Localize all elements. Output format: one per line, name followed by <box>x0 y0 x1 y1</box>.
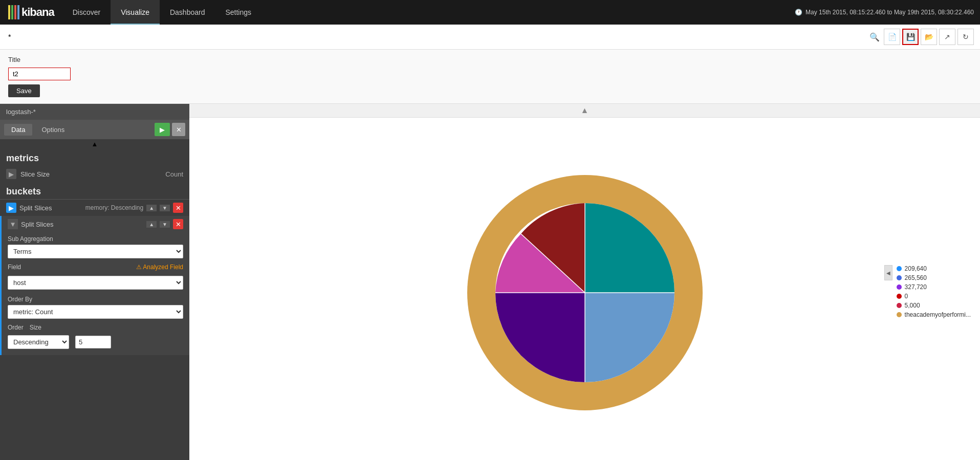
search-bar: 🔍 📄 💾 📂 ↗ ↻ <box>0 25 980 50</box>
main-nav: Discover Visualize Dashboard Settings <box>62 0 262 25</box>
sidebar-header: logstash-* <box>0 104 189 120</box>
slice-size-play-button[interactable]: ▶ <box>6 169 16 179</box>
sidebar: logstash-* Data Options ▶ ✕ ▲ metrics ▶ … <box>0 104 189 460</box>
split-slices-1-row: ▶ Split Slices memory: Descending ▲ ▼ ✕ <box>0 199 189 216</box>
logo-bar-red <box>14 5 16 19</box>
save-input-wrapper <box>8 68 71 80</box>
visualization-area: ▲ <box>189 104 980 460</box>
legend-item-3: 327,720 <box>897 283 971 291</box>
legend-item-4: 0 <box>897 293 971 300</box>
slice-size-row: ▶ Slice Size Count <box>0 166 189 182</box>
save-confirm-button[interactable]: Save <box>8 84 40 97</box>
order-by-select[interactable]: metric: Count <box>8 305 183 319</box>
legend-item-2: 265,560 <box>897 274 971 281</box>
legend-item-1: 209,640 <box>897 265 971 272</box>
analyzed-warning: ⚠ Analyzed Field <box>136 264 183 271</box>
logo-bar-yellow <box>8 5 10 19</box>
split-slices-1-meta: memory: Descending <box>85 204 143 211</box>
open-button[interactable]: 📂 <box>921 29 937 45</box>
legend-label-3: 327,720 <box>905 283 927 291</box>
sidebar-index-label: logstash-* <box>6 108 36 116</box>
nav-visualize[interactable]: Visualize <box>111 0 160 25</box>
split-slices-1-play-button[interactable]: ▶ <box>6 203 16 213</box>
nav-right: 🕐 May 15th 2015, 08:15:22.460 to May 19t… <box>795 9 980 16</box>
field-label: Field <box>8 264 21 271</box>
order-select[interactable]: Descending <box>8 335 69 349</box>
legend-label-1: 209,640 <box>905 265 927 272</box>
toolbar-buttons: 📄 💾 📂 ↗ ↻ <box>884 29 974 45</box>
legend-toggle-button[interactable]: ◀ <box>884 265 892 280</box>
buckets-section-label: buckets <box>0 182 189 199</box>
legend-dot-1 <box>897 266 902 271</box>
chart-container: ◀ 209,640 265,560 327,720 0 <box>189 118 980 460</box>
legend-label-4: 0 <box>905 293 908 300</box>
save-panel: Title Save <box>0 50 980 104</box>
run-button[interactable]: ▶ <box>155 123 170 136</box>
logo-text: kibana <box>21 6 54 19</box>
order-by-group: Order By metric: Count <box>2 293 189 322</box>
order-size-controls: Descending <box>2 333 189 355</box>
logo-area: kibana <box>0 0 62 25</box>
legend-label-6: theacademyofperformi... <box>905 311 971 318</box>
size-label: Size <box>30 324 41 331</box>
main-layout: logstash-* Data Options ▶ ✕ ▲ metrics ▶ … <box>0 104 980 460</box>
order-size-row: Order Size <box>2 322 189 333</box>
search-button[interactable]: 🔍 <box>869 32 880 42</box>
size-input[interactable] <box>75 336 111 348</box>
field-group: host <box>2 273 189 293</box>
legend-label-2: 265,560 <box>905 274 927 281</box>
split-slices-1-up-button[interactable]: ▲ <box>146 205 157 211</box>
sub-split-down-button[interactable]: ▼ <box>8 219 18 229</box>
sub-aggregation-label: Sub Aggregation <box>8 235 183 243</box>
tab-options[interactable]: Options <box>34 124 72 136</box>
slice-size-label: Slice Size <box>20 170 165 178</box>
clock-icon: 🕐 <box>795 9 802 16</box>
sidebar-close-button[interactable]: ✕ <box>172 123 185 136</box>
time-range-text: May 15th 2015, 08:15:22.460 to May 19th … <box>805 9 974 16</box>
sidebar-tabs: Data Options ▶ ✕ <box>0 120 189 139</box>
legend-dot-5 <box>897 303 902 308</box>
order-label: Order <box>8 324 24 331</box>
save-panel-title-label: Title <box>8 56 972 63</box>
field-label-row: Field ⚠ Analyzed Field <box>2 261 189 273</box>
legend-dot-4 <box>897 294 902 299</box>
slice-size-value: Count <box>165 170 183 178</box>
metrics-section-label: metrics <box>0 149 189 166</box>
logo-bar-green <box>11 5 13 19</box>
top-navigation: kibana Discover Visualize Dashboard Sett… <box>0 0 980 25</box>
split-slices-2-remove-button[interactable]: ✕ <box>173 219 183 229</box>
order-by-label: Order By <box>8 296 183 303</box>
legend-panel: ◀ 209,640 265,560 327,720 0 <box>892 261 975 324</box>
sidebar-up-arrow[interactable]: ▲ <box>0 139 189 149</box>
split-slices-2-down-button[interactable]: ▼ <box>160 221 170 228</box>
split-slices-1-remove-button[interactable]: ✕ <box>173 203 183 213</box>
viz-up-arrow[interactable]: ▲ <box>189 104 980 118</box>
split-slices-2-label: Split Slices <box>21 221 143 228</box>
sub-aggregation-group: Sub Aggregation Terms <box>2 232 189 261</box>
save-title-input[interactable] <box>9 68 70 80</box>
nav-settings[interactable]: Settings <box>215 0 262 25</box>
legend-item-5: 5,000 <box>897 302 971 309</box>
logo-bar-blue <box>17 5 19 19</box>
legend-dot-3 <box>897 284 902 290</box>
legend-item-6: theacademyofperformi... <box>897 311 971 318</box>
search-input[interactable] <box>6 31 865 43</box>
nav-discover[interactable]: Discover <box>62 0 111 25</box>
save-button[interactable]: 💾 <box>902 29 919 45</box>
sub-aggregation-select[interactable]: Terms <box>8 245 183 258</box>
legend-dot-2 <box>897 275 902 280</box>
split-slices-1-down-button[interactable]: ▼ <box>160 205 170 211</box>
legend-dot-6 <box>897 312 902 317</box>
split-slices-2-up-button[interactable]: ▲ <box>146 221 157 228</box>
legend-label-5: 5,000 <box>905 302 920 309</box>
tab-data[interactable]: Data <box>4 124 32 136</box>
share-button[interactable]: ↗ <box>939 29 955 45</box>
sub-split-panel: ▼ Split Slices ▲ ▼ ✕ Sub Aggregation Ter… <box>0 216 189 355</box>
sub-split-header: ▼ Split Slices ▲ ▼ ✕ <box>2 216 189 232</box>
field-select[interactable]: host <box>8 276 183 290</box>
time-range[interactable]: 🕐 May 15th 2015, 08:15:22.460 to May 19t… <box>795 9 974 16</box>
nav-dashboard[interactable]: Dashboard <box>160 0 215 25</box>
refresh-button[interactable]: ↻ <box>957 29 974 45</box>
split-slices-1-label: Split Slices <box>19 204 82 212</box>
new-visualization-button[interactable]: 📄 <box>884 29 900 45</box>
